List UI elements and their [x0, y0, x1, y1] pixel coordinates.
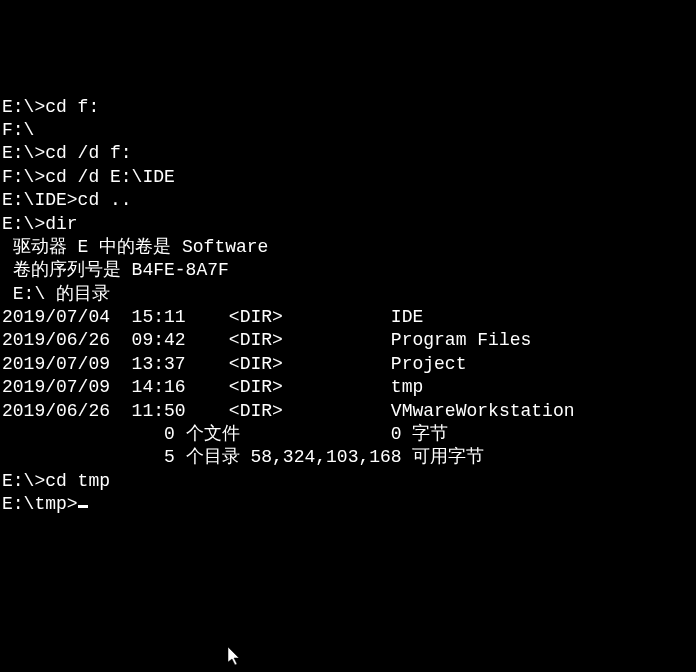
output-line: 驱动器 E 中的卷是 Software [2, 236, 696, 259]
prompt-line: E:\tmp> [2, 493, 696, 516]
prompt: E:\tmp> [2, 494, 78, 514]
output-line: E:\IDE>cd .. [2, 189, 696, 212]
output-line: E:\>cd /d f: [2, 142, 696, 165]
dir-entry: 2019/06/26 09:42 <DIR> Program Files [2, 329, 696, 352]
output-line: 卷的序列号是 B4FE-8A7F [2, 259, 696, 282]
output-line: F:\>cd /d E:\IDE [2, 166, 696, 189]
output-line: E:\>cd f: [2, 96, 696, 119]
dir-entry: 2019/07/04 15:11 <DIR> IDE [2, 306, 696, 329]
dir-entry: 2019/07/09 13:37 <DIR> Project [2, 353, 696, 376]
mouse-pointer-icon [228, 647, 242, 667]
dir-summary: 5 个目录 58,324,103,168 可用字节 [2, 446, 696, 469]
dir-summary: 0 个文件 0 字节 [2, 423, 696, 446]
dir-entry: 2019/06/26 11:50 <DIR> VMwareWorkstation [2, 400, 696, 423]
cursor-icon [78, 505, 88, 508]
output-line: F:\ [2, 119, 696, 142]
output-line: E:\>dir [2, 213, 696, 236]
output-line: E:\ 的目录 [2, 283, 696, 306]
output-line: E:\>cd tmp [2, 470, 696, 493]
terminal-output[interactable]: E:\>cd f:F:\E:\>cd /d f:F:\>cd /d E:\IDE… [2, 96, 696, 517]
dir-entry: 2019/07/09 14:16 <DIR> tmp [2, 376, 696, 399]
